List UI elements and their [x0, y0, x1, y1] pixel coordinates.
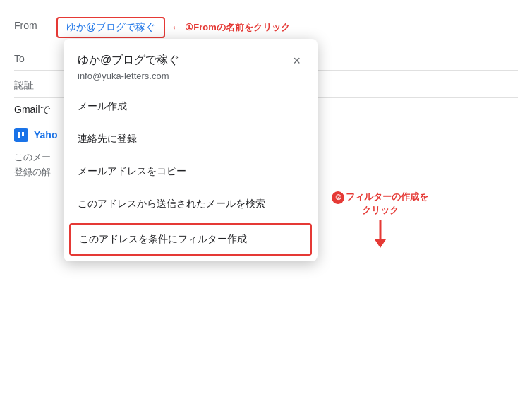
arrow-right-icon: ← [171, 21, 182, 34]
gmail-text: Gmailで [14, 104, 50, 115]
annotation-1-text: ①Fromの名前をクリック [185, 21, 290, 34]
from-annotation: ゆか@ブログで稼ぐ ← ①Fromの名前をクリック [56, 17, 290, 38]
annotation-2-arrow [332, 220, 428, 248]
popup-close-button[interactable]: × [290, 53, 303, 68]
to-label: To [14, 50, 56, 64]
menu-item-filter[interactable]: このアドレスを条件にフィルター作成 [69, 223, 312, 256]
svg-rect-1 [18, 132, 20, 138]
yahoo-text: Yaho [34, 129, 57, 141]
annotation-2: ②フィルターの作成をクリック [332, 191, 428, 248]
popup-name: ゆか@ブログで稼ぐ [78, 53, 179, 68]
menu-item-register[interactable]: 連絡先に登録 [64, 123, 318, 155]
annotation-2-text: ②フィルターの作成をクリック [332, 191, 428, 217]
annotation-1: ← ①Fromの名前をクリック [171, 21, 290, 34]
popup-header: ゆか@ブログで稼ぐ info@yuka-letters.com × [64, 39, 318, 90]
annotation-2-num: ② [332, 191, 344, 204]
from-chip[interactable]: ゆか@ブログで稼ぐ [56, 17, 165, 38]
menu-item-search[interactable]: このアドレスから送信されたメールを検索 [64, 188, 318, 220]
svg-rect-0 [16, 130, 26, 140]
down-arrow-icon [372, 220, 389, 248]
popup-email: info@yuka-letters.com [78, 71, 179, 81]
contact-popup: ゆか@ブログで稼ぐ info@yuka-letters.com × メール作成 … [64, 39, 318, 261]
from-label: From [14, 17, 56, 31]
yahoo-icon [14, 128, 28, 142]
svg-marker-4 [375, 239, 386, 248]
menu-item-compose[interactable]: メール作成 [64, 90, 318, 123]
menu-item-copy[interactable]: メールアドレスをコピー [64, 155, 318, 188]
email-view: From ゆか@ブログで稼ぐ ← ①Fromの名前をクリック To 認証 Gma… [0, 0, 532, 411]
auth-label: 認証 [14, 76, 56, 92]
svg-rect-2 [22, 132, 24, 136]
popup-info: ゆか@ブログで稼ぐ info@yuka-letters.com [78, 53, 179, 81]
menu-item-register-row: 連絡先に登録 [64, 123, 318, 155]
